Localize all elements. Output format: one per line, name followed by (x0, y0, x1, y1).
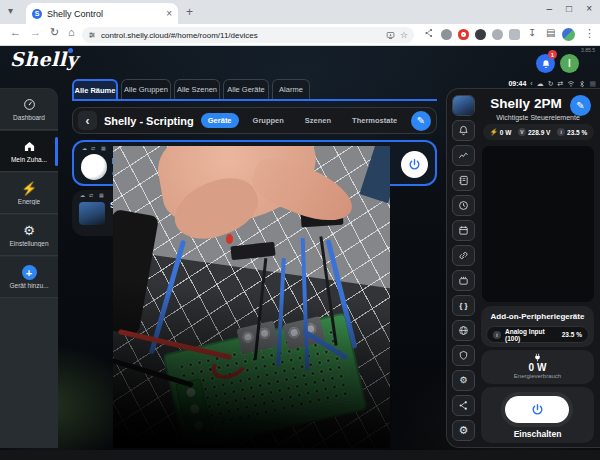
sidebar-item-einstellungen[interactable]: ⚙ Einstellungen (0, 215, 58, 256)
link-icon (458, 250, 469, 261)
tab-advanced-settings[interactable]: ⚙ (452, 370, 475, 391)
browser-tabstrip: ▾ S Shelly Control × + – □ × (0, 0, 600, 24)
power-icon (531, 403, 544, 416)
extension-icon[interactable] (458, 29, 469, 40)
pencil-icon: ✎ (576, 100, 584, 111)
tab-journal[interactable] (452, 170, 475, 191)
room-title: Shelly - Scripting (104, 115, 194, 127)
forward-button[interactable]: → (30, 27, 41, 38)
tab-close-icon[interactable]: × (166, 9, 172, 19)
window-close-button[interactable]: × (586, 3, 592, 14)
addon-card: Add-on-Peripheriegeräte i Analog Input (… (481, 306, 594, 347)
bolt-icon: ⚡ (490, 128, 498, 136)
gear-icon: ⚙ (23, 224, 35, 238)
subtab-thermostate[interactable]: Thermostate (345, 113, 404, 128)
extensions-puzzle-icon[interactable] (509, 29, 520, 40)
voltage-icon: V (518, 128, 526, 136)
window-maximize-button[interactable]: □ (566, 3, 572, 14)
extension-icon[interactable] (492, 29, 503, 40)
bell-icon (458, 125, 469, 136)
bookmark-star-icon[interactable]: ☆ (400, 31, 408, 40)
analog-stat: i23.5 % (557, 128, 587, 136)
browser-profile-avatar[interactable] (562, 28, 575, 41)
window-minimize-button[interactable]: – (546, 3, 552, 14)
addon-title: Add-on-Peripheriegeräte (481, 306, 594, 321)
tab-alle-gruppen[interactable]: Alle Gruppen (121, 79, 171, 99)
action-label: Einschalten (481, 429, 594, 439)
tab-notifications[interactable] (452, 120, 475, 141)
journal-icon (458, 175, 469, 186)
share-extension-icon[interactable] (424, 28, 434, 38)
plus-icon: + (22, 265, 37, 280)
tab-link[interactable] (452, 245, 475, 266)
extension-icon[interactable] (475, 29, 486, 40)
tab-scripts[interactable]: { } (452, 295, 475, 316)
panel-device-name: Shelly 2PM (482, 96, 570, 111)
gear-icon: ⚙ (459, 425, 469, 436)
clock-icon (458, 200, 469, 211)
site-settings-icon[interactable] (88, 31, 96, 39)
tab-safety[interactable] (452, 345, 475, 366)
shelly-favicon: S (32, 9, 42, 19)
sidebar-item-mein-zuhause[interactable]: Mein Zuha... (0, 131, 58, 172)
sidebar-item-geraet-hinzufuegen[interactable]: + Gerät hinzu... (0, 257, 58, 298)
subtab-gruppen[interactable]: Gruppen (246, 113, 291, 128)
home-icon (23, 140, 36, 154)
signal-status-icon: ▦ (99, 193, 104, 198)
toggle-power-button[interactable] (505, 396, 569, 423)
user-avatar[interactable]: I (560, 54, 579, 73)
gears-icon: ⚙ (459, 376, 467, 385)
bluetooth-icon (579, 80, 585, 88)
sync-status-icon: ⇄ (91, 146, 95, 151)
tab-webhooks[interactable] (452, 320, 475, 341)
tab-search-caret-icon[interactable]: ▾ (8, 6, 13, 16)
clock-time: 09:44 (508, 80, 526, 87)
signal-status-icon: ▦ (101, 146, 106, 151)
tab-alarme[interactable]: Alarme (272, 79, 310, 99)
extension-icon[interactable] (441, 29, 452, 40)
browser-menu-icon[interactable]: ⋮ (584, 28, 595, 39)
tab-actions[interactable] (452, 270, 475, 291)
sidebar-item-dashboard[interactable]: Dashboard (0, 89, 58, 130)
device-avatar (81, 154, 107, 180)
install-app-icon[interactable] (386, 31, 395, 40)
sidebar-item-energie[interactable]: ⚡ Energie (0, 173, 58, 214)
sync-status-icon: ⇄ (89, 193, 93, 198)
tab-calendar[interactable] (452, 220, 475, 241)
tab-schedule[interactable] (452, 195, 475, 216)
tab-title: Shelly Control (47, 9, 161, 19)
power-label: Energieverbrauch (481, 373, 594, 379)
edit-room-button[interactable]: ✎ (411, 111, 431, 131)
power-value: 0 W (481, 362, 594, 373)
tab-alle-raeume[interactable]: Alle Räume (72, 79, 118, 99)
share-icon: ‹ (530, 80, 532, 87)
browser-tab[interactable]: S Shelly Control × (26, 3, 178, 24)
reading-list-icon[interactable]: ▤ (546, 28, 555, 38)
downloads-icon[interactable]: ↧ (528, 28, 536, 38)
tab-statistics[interactable] (452, 145, 475, 166)
edit-device-button[interactable]: ✎ (570, 95, 591, 116)
reload-button[interactable]: ↻ (50, 27, 59, 38)
app-version: 3.85.5 (581, 47, 595, 53)
new-tab-button[interactable]: + (186, 6, 193, 18)
matrix-icon: ▦ (589, 80, 596, 87)
tab-alle-geraete[interactable]: Alle Geräte (223, 79, 269, 99)
subtab-geraete[interactable]: Geräte (201, 113, 239, 128)
tab-underline (72, 99, 437, 101)
device-thumbnail (453, 96, 474, 115)
tab-alle-szenen[interactable]: Alle Szenen (174, 79, 220, 99)
device-power-button[interactable] (401, 151, 428, 178)
tab-share[interactable] (452, 395, 475, 416)
cloud-icon: ☁ (537, 80, 544, 87)
tab-settings[interactable]: ⚙ (452, 420, 475, 441)
power-card: 0 W Energieverbrauch (481, 350, 594, 384)
power-icon (408, 158, 421, 171)
room-header-bar: ‹ Shelly - Scripting Geräte Gruppen Szen… (72, 107, 437, 134)
analog-input-row[interactable]: i Analog Input (100) 23.5 % (486, 326, 589, 343)
subtab-szenen[interactable]: Szenen (298, 113, 338, 128)
back-chevron-button[interactable]: ‹ (78, 111, 97, 130)
back-button[interactable]: ← (10, 27, 21, 38)
url-bar[interactable]: control.shelly.cloud/#/home/room/11/devi… (82, 27, 414, 43)
home-button[interactable]: ⌂ (68, 27, 75, 38)
device-thumbnail-tab[interactable] (452, 95, 475, 116)
